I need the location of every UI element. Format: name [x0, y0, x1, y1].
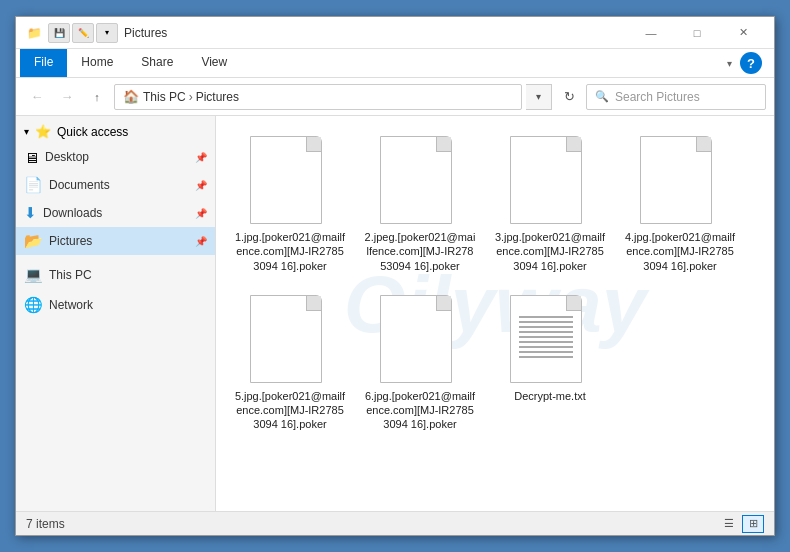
address-bar: ← → ↑ 🏠 This PC › Pictures ▾ ↻ 🔍 Search …	[16, 78, 774, 116]
pictures-icon: 📂	[24, 232, 43, 250]
search-box[interactable]: 🔍 Search Pictures	[586, 84, 766, 110]
file-icon-7	[510, 295, 590, 385]
list-item[interactable]: Decrypt-me.txt	[490, 289, 610, 438]
up-button[interactable]: ↑	[84, 84, 110, 110]
path-pictures: Pictures	[196, 90, 239, 104]
sidebar-item-documents-label: Documents	[49, 178, 189, 192]
tab-share[interactable]: Share	[127, 49, 187, 77]
path-sep1: ›	[189, 90, 193, 104]
file-area: Oilyway 1.jpg.[poker021@mailfence.com][M…	[216, 116, 774, 511]
desktop-pin-icon: 📌	[195, 152, 207, 163]
sidebar-item-thispc-label: This PC	[49, 268, 207, 282]
sidebar-item-downloads-label: Downloads	[43, 206, 189, 220]
list-item[interactable]: 6.jpg.[poker021@mailfence.com][MJ-IR2785…	[360, 289, 480, 438]
minimize-button[interactable]: —	[628, 17, 674, 49]
refresh-button[interactable]: ↻	[556, 84, 582, 110]
downloads-pin-icon: 📌	[195, 208, 207, 219]
undo-qs-button[interactable]: ✏️	[72, 23, 94, 43]
window-title: Pictures	[124, 26, 628, 40]
tab-view[interactable]: View	[187, 49, 241, 77]
file-icon-6	[380, 295, 460, 385]
search-icon: 🔍	[595, 90, 609, 103]
pictures-pin-icon: 📌	[195, 236, 207, 247]
path-thispc: This PC	[143, 90, 186, 104]
close-button[interactable]: ✕	[720, 17, 766, 49]
search-placeholder: Search Pictures	[615, 90, 757, 104]
file-page-blank	[510, 136, 582, 224]
file-icon-4	[640, 136, 720, 226]
maximize-button[interactable]: □	[674, 17, 720, 49]
back-button[interactable]: ←	[24, 84, 50, 110]
list-item[interactable]: 3.jpg.[poker021@mailfence.com][MJ-IR2785…	[490, 130, 610, 279]
list-item[interactable]: 5.jpg.[poker021@mailfence.com][MJ-IR2785…	[230, 289, 350, 438]
quick-access-label: Quick access	[57, 125, 128, 139]
sidebar-item-pictures-label: Pictures	[49, 234, 189, 248]
file-name-5: 5.jpg.[poker021@mailfence.com][MJ-IR2785…	[234, 389, 346, 432]
status-bar: 7 items ☰ ⊞	[16, 511, 774, 535]
list-view-button[interactable]: ☰	[718, 515, 740, 533]
file-page-blank	[250, 136, 322, 224]
sidebar-item-thispc[interactable]: 💻 This PC	[16, 261, 215, 289]
quick-access-star-icon: ⭐	[35, 124, 51, 139]
downloads-icon: ⬇	[24, 204, 37, 222]
list-item[interactable]: 1.jpg.[poker021@mailfence.com][MJ-IR2785…	[230, 130, 350, 279]
quick-save-buttons: 💾 ✏️ ▾	[48, 23, 118, 43]
file-page-text	[510, 295, 582, 383]
file-name-2: 2.jpeg.[poker021@mailfence.com][MJ-IR278…	[364, 230, 476, 273]
network-icon: 🌐	[24, 296, 43, 314]
file-page-blank	[380, 136, 452, 224]
help-button[interactable]: ?	[740, 52, 762, 74]
window-icon: 📁	[24, 23, 44, 43]
status-item-count: 7 items	[26, 517, 65, 531]
dropdown-qs-button[interactable]: ▾	[96, 23, 118, 43]
sidebar-item-network[interactable]: 🌐 Network	[16, 291, 215, 319]
explorer-window: 📁 💾 ✏️ ▾ Pictures — □ ✕ File Home Share …	[15, 16, 775, 536]
address-path[interactable]: 🏠 This PC › Pictures	[114, 84, 522, 110]
forward-button[interactable]: →	[54, 84, 80, 110]
list-item[interactable]: 2.jpeg.[poker021@mailfence.com][MJ-IR278…	[360, 130, 480, 279]
sidebar-item-pictures[interactable]: 📂 Pictures 📌	[16, 227, 215, 255]
tab-file[interactable]: File	[20, 49, 67, 77]
window-controls: — □ ✕	[628, 17, 766, 49]
sidebar-item-downloads[interactable]: ⬇ Downloads 📌	[16, 199, 215, 227]
file-name-3: 3.jpg.[poker021@mailfence.com][MJ-IR2785…	[494, 230, 606, 273]
file-icon-5	[250, 295, 330, 385]
quick-access-arrow-icon: ▾	[24, 126, 29, 137]
path-home-icon: 🏠	[123, 89, 139, 104]
title-bar: 📁 💾 ✏️ ▾ Pictures — □ ✕	[16, 17, 774, 49]
ribbon: File Home Share View ▾ ?	[16, 49, 774, 78]
main-content: ▾ ⭐ Quick access 🖥 Desktop 📌 📄 Documents…	[16, 116, 774, 511]
file-page-blank	[380, 295, 452, 383]
list-item[interactable]: 4.jpg.[poker021@mailfence.com][MJ-IR2785…	[620, 130, 740, 279]
file-page-blank	[640, 136, 712, 224]
sidebar-item-documents[interactable]: 📄 Documents 📌	[16, 171, 215, 199]
icon-view-button[interactable]: ⊞	[742, 515, 764, 533]
sidebar-item-network-label: Network	[49, 298, 207, 312]
thispc-icon: 💻	[24, 266, 43, 284]
sidebar-item-desktop-label: Desktop	[45, 150, 189, 164]
ribbon-collapse-button[interactable]: ▾	[727, 58, 732, 69]
file-icon-2	[380, 136, 460, 226]
desktop-icon: 🖥	[24, 149, 39, 166]
documents-icon: 📄	[24, 176, 43, 194]
file-name-1: 1.jpg.[poker021@mailfence.com][MJ-IR2785…	[234, 230, 346, 273]
sidebar-item-desktop[interactable]: 🖥 Desktop 📌	[16, 143, 215, 171]
tab-home[interactable]: Home	[67, 49, 127, 77]
documents-pin-icon: 📌	[195, 180, 207, 191]
file-name-6: 6.jpg.[poker021@mailfence.com][MJ-IR2785…	[364, 389, 476, 432]
sidebar: ▾ ⭐ Quick access 🖥 Desktop 📌 📄 Documents…	[16, 116, 216, 511]
file-name-7: Decrypt-me.txt	[514, 389, 586, 403]
file-icon-3	[510, 136, 590, 226]
file-name-4: 4.jpg.[poker021@mailfence.com][MJ-IR2785…	[624, 230, 736, 273]
path-dropdown-button[interactable]: ▾	[526, 84, 552, 110]
file-icon-1	[250, 136, 330, 226]
save-qs-button[interactable]: 💾	[48, 23, 70, 43]
sidebar-section-quick-access[interactable]: ▾ ⭐ Quick access	[16, 120, 215, 143]
file-grid: 1.jpg.[poker021@mailfence.com][MJ-IR2785…	[226, 126, 764, 442]
file-page-blank	[250, 295, 322, 383]
ribbon-tabs: File Home Share View ▾ ?	[16, 49, 774, 77]
view-toggle-buttons: ☰ ⊞	[718, 515, 764, 533]
